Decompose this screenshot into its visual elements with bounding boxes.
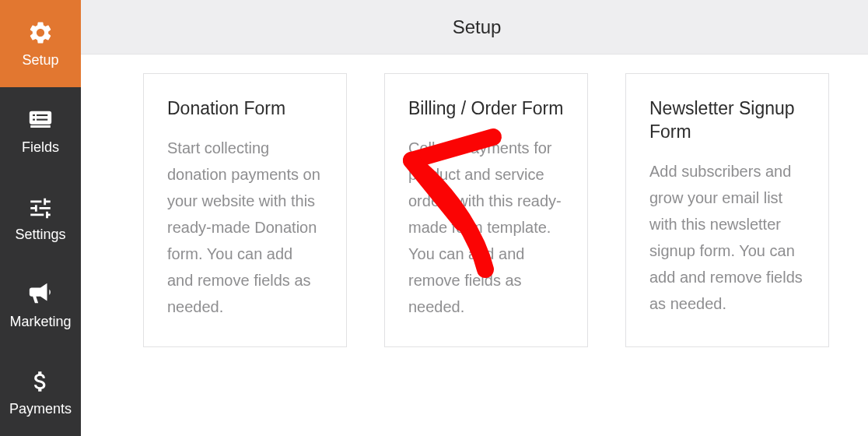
card-title: Donation Form [167,97,323,121]
card-title: Newsletter Signup Form [649,97,805,144]
svg-rect-4 [33,118,35,120]
card-title: Billing / Order Form [408,97,564,121]
content-area: Donation Form Start collecting donation … [81,54,868,436]
sidebar-item-settings[interactable]: Settings [0,174,81,262]
list-icon [27,107,54,133]
card-description: Add subscribers and grow your email list… [649,158,805,317]
sliders-icon [27,194,54,220]
sidebar-item-payments[interactable]: Payments [0,349,81,436]
template-cards: Donation Form Start collecting donation … [143,73,829,347]
sidebar-item-setup[interactable]: Setup [0,0,81,87]
svg-rect-3 [37,114,47,115]
template-card-billing[interactable]: Billing / Order Form Collect Payments fo… [384,73,588,347]
sidebar-item-label: Marketing [9,314,71,330]
gear-icon [27,19,54,46]
main-area: Setup Donation Form Start collecting don… [81,0,868,436]
dollar-icon [27,368,54,395]
sidebar-item-marketing[interactable]: Marketing [0,262,81,349]
page-title: Setup [453,16,502,38]
sidebar-item-label: Settings [15,227,65,243]
svg-rect-5 [37,118,47,120]
card-description: Start collecting donation payments on yo… [167,135,323,320]
sidebar-item-fields[interactable]: Fields [0,87,81,174]
sidebar-item-label: Payments [9,401,72,417]
card-description: Collect Payments for product and service… [408,135,564,320]
template-card-newsletter[interactable]: Newsletter Signup Form Add subscribers a… [625,73,829,347]
sidebar-item-label: Fields [22,139,59,156]
bullhorn-icon [27,281,54,308]
sidebar-item-label: Setup [22,52,58,69]
svg-rect-1 [30,112,51,123]
template-card-donation[interactable]: Donation Form Start collecting donation … [143,73,347,347]
topbar: Setup [81,0,868,54]
sidebar: Setup Fields Settings Marketing Payments [0,0,81,436]
svg-rect-2 [33,114,35,115]
